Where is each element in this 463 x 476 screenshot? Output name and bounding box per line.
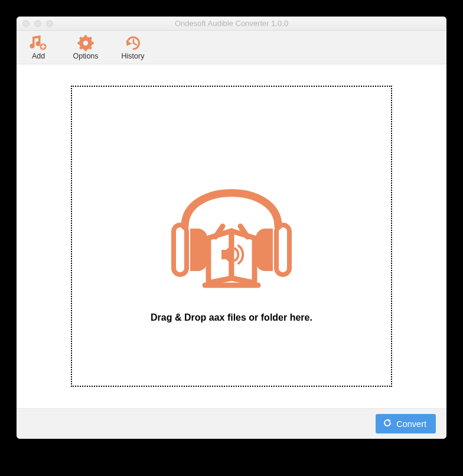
window-controls: [17, 20, 53, 27]
audiobook-headphones-icon: [164, 149, 299, 299]
svg-rect-6: [41, 46, 45, 47]
app-window: Ondesoft Audible Converter 1.0.0: [17, 17, 446, 439]
convert-button[interactable]: Convert: [376, 414, 436, 433]
dropzone-instruction: Drag & Drop aax files or folder here.: [151, 312, 312, 323]
svg-point-2: [30, 44, 35, 48]
close-window-button[interactable]: [22, 20, 30, 27]
toolbar: Add Options: [17, 31, 446, 64]
file-dropzone[interactable]: Drag & Drop aax files or folder here.: [71, 86, 392, 387]
refresh-icon: [383, 418, 392, 429]
options-label: Options: [73, 52, 98, 60]
gear-icon: [77, 34, 94, 52]
svg-rect-13: [174, 225, 187, 275]
titlebar: Ondesoft Audible Converter 1.0.0: [17, 17, 446, 31]
add-button[interactable]: Add: [22, 34, 54, 60]
convert-label: Convert: [396, 419, 426, 429]
options-button[interactable]: Options: [70, 34, 102, 60]
footer: Convert: [17, 408, 446, 439]
music-add-icon: [30, 34, 47, 52]
svg-point-3: [36, 41, 41, 46]
zoom-window-button[interactable]: [46, 20, 53, 27]
history-button[interactable]: History: [117, 34, 149, 60]
svg-rect-14: [276, 225, 289, 275]
svg-point-12: [83, 41, 88, 45]
history-icon: [124, 34, 142, 52]
add-label: Add: [32, 52, 45, 60]
window-title: Ondesoft Audible Converter 1.0.0: [17, 19, 446, 28]
main-content: Drag & Drop aax files or folder here.: [17, 64, 446, 408]
minimize-window-button[interactable]: [34, 20, 41, 27]
history-label: History: [122, 52, 145, 60]
